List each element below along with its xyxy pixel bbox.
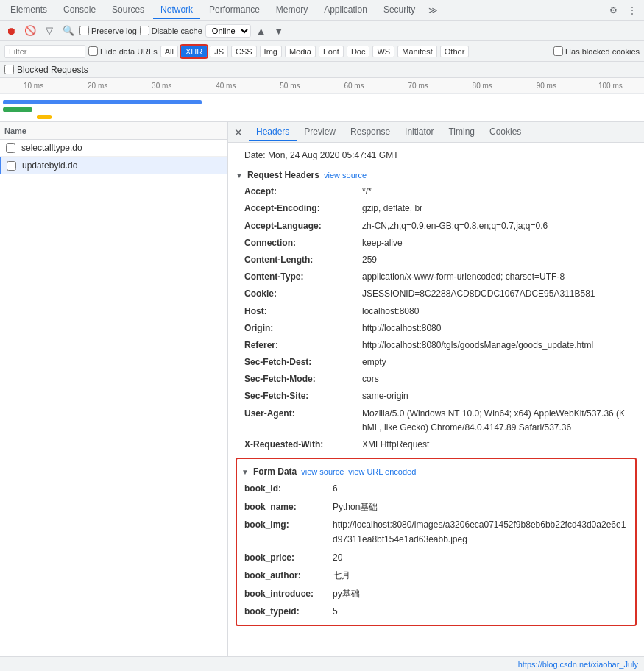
filter-all-button[interactable]: All	[160, 46, 178, 57]
clear-button[interactable]: 🚫	[22, 23, 38, 39]
detail-tab-preview[interactable]: Preview	[297, 124, 343, 141]
header-referer: Referer: http://localhost:8080/tgls/good…	[236, 337, 637, 354]
form-data-book-introduce: book_introduce: py基础	[241, 585, 631, 603]
filter-ws-button[interactable]: WS	[372, 46, 394, 57]
tab-elements[interactable]: Elements	[3, 1, 54, 19]
header-accept-encoding: Accept-Encoding: gzip, deflate, br	[236, 200, 637, 217]
form-data-book-img: book_img: http://localhost:8080/images/a…	[241, 516, 631, 549]
search-button[interactable]: 🔍	[60, 23, 77, 39]
form-data-triangle-icon: ▼	[241, 468, 249, 476]
filter-font-button[interactable]: Font	[319, 46, 344, 57]
network-toolbar: ⏺ 🚫 ▽ 🔍 Preserve log Disable cache Onlin…	[0, 21, 644, 41]
disable-cache-label[interactable]: Disable cache	[140, 26, 202, 35]
filter-button[interactable]: ▽	[41, 23, 57, 39]
requests-panel: Name selectalltype.do updatebyid.do	[0, 122, 228, 671]
form-data-section: ▼ Form Data view source view URL encoded…	[236, 458, 637, 626]
filter-js-button[interactable]: JS	[210, 46, 228, 57]
tab-memory[interactable]: Memory	[269, 1, 315, 19]
header-connection: Connection: keep-alive	[236, 235, 637, 252]
filter-xhr-button[interactable]: XHR	[181, 46, 207, 57]
detail-tab-headers[interactable]: Headers	[249, 124, 297, 141]
timeline-ruler: 10 ms 20 ms 30 ms 40 ms 50 ms 60 ms 70 m…	[0, 78, 644, 94]
header-sec-fetch-dest: Sec-Fetch-Dest: empty	[236, 354, 637, 371]
tab-network[interactable]: Network	[153, 1, 200, 19]
detail-tab-initiator[interactable]: Initiator	[397, 124, 441, 141]
timeline-bar-green	[3, 107, 32, 112]
preserve-log-label[interactable]: Preserve log	[79, 26, 137, 35]
tick-10ms: 10 ms	[1, 82, 66, 90]
header-host: Host: localhost:8080	[236, 303, 637, 320]
detail-panel: ✕ Headers Preview Response Initiator Tim…	[228, 122, 644, 671]
request-checkbox-updatebyid[interactable]	[7, 161, 16, 171]
request-headers-section: ▼ Request Headers view source	[236, 167, 637, 183]
filter-input[interactable]	[4, 45, 85, 58]
filter-doc-button[interactable]: Doc	[347, 46, 370, 57]
request-item-updatebyid[interactable]: updatebyid.do	[0, 157, 227, 174]
record-button[interactable]: ⏺	[3, 23, 19, 39]
export-button[interactable]: ▼	[272, 25, 286, 37]
header-content-type: Content-Type: application/x-www-form-url…	[236, 269, 637, 285]
tick-70ms: 70 ms	[386, 82, 450, 90]
tick-80ms: 80 ms	[450, 82, 514, 90]
header-sec-fetch-mode: Sec-Fetch-Mode: cors	[236, 371, 637, 388]
timeline-bar-blue	[3, 100, 202, 104]
more-tabs-button[interactable]: ≫	[424, 4, 442, 17]
tab-sources[interactable]: Sources	[105, 1, 152, 19]
preserve-log-checkbox[interactable]	[79, 26, 89, 35]
filter-img-button[interactable]: Img	[260, 46, 282, 57]
tab-performance[interactable]: Performance	[202, 1, 267, 19]
status-url: https://blog.csdn.net/xiaobar_July	[518, 660, 638, 669]
main-content: Name selectalltype.do updatebyid.do ✕ He…	[0, 122, 644, 671]
tick-40ms: 40 ms	[194, 82, 258, 90]
date-row: Date: Mon, 24 Aug 2020 05:47:41 GMT	[236, 147, 637, 164]
tab-console[interactable]: Console	[56, 1, 103, 19]
header-sec-fetch-site: Sec-Fetch-Site: same-origin	[236, 388, 637, 405]
has-blocked-cookies-checkbox[interactable]	[553, 46, 563, 56]
tab-security[interactable]: Security	[376, 1, 422, 19]
request-checkbox-selectalltype[interactable]	[6, 143, 15, 153]
filter-other-button[interactable]: Other	[440, 46, 470, 57]
has-blocked-cookies: Has blocked cookies	[553, 46, 640, 56]
detail-tab-response[interactable]: Response	[343, 124, 397, 141]
header-user-agent: User-Agent: Mozilla/5.0 (Windows NT 10.0…	[236, 405, 637, 436]
blocked-requests-bar: Blocked Requests	[0, 62, 644, 78]
throttle-select[interactable]: Online	[205, 24, 251, 38]
disable-cache-checkbox[interactable]	[140, 26, 149, 35]
filter-manifest-button[interactable]: Manifest	[397, 46, 437, 57]
status-bar: https://blog.csdn.net/xiaobar_July	[0, 656, 644, 671]
form-data-book-price: book_price: 20	[241, 549, 631, 567]
detail-tab-timing[interactable]: Timing	[441, 124, 482, 141]
more-options-button[interactable]: ⋮	[623, 4, 641, 17]
view-url-encoded-link[interactable]: view URL encoded	[348, 467, 416, 476]
detail-tab-cookies[interactable]: Cookies	[482, 124, 528, 141]
header-accept: Accept: */*	[236, 183, 637, 200]
view-source-form-link[interactable]: view source	[301, 467, 344, 476]
import-button[interactable]: ▲	[254, 25, 269, 37]
form-data-book-name: book_name: Python基础	[241, 498, 631, 516]
triangle-icon: ▼	[236, 171, 243, 180]
hide-data-urls-label[interactable]: Hide data URLs	[88, 46, 158, 56]
header-cookie: Cookie: JSESSIONID=8C2288ACD8DCDC1067ADC…	[236, 285, 637, 302]
form-data-book-author: book_author: 七月	[241, 567, 631, 584]
filter-media-button[interactable]: Media	[285, 46, 316, 57]
request-item-selectalltype[interactable]: selectalltype.do	[0, 140, 227, 157]
tick-90ms: 90 ms	[514, 82, 578, 90]
tick-30ms: 30 ms	[130, 82, 194, 90]
requests-header: Name	[0, 122, 227, 140]
timeline-bar-orange	[37, 115, 52, 119]
settings-button[interactable]: ⚙	[605, 4, 622, 17]
close-detail-button[interactable]: ✕	[231, 125, 246, 140]
blocked-requests-checkbox[interactable]	[4, 65, 14, 74]
header-accept-language: Accept-Language: zh-CN,zh;q=0.9,en-GB;q=…	[236, 218, 637, 235]
tick-50ms: 50 ms	[258, 82, 322, 90]
tab-application[interactable]: Application	[316, 1, 375, 19]
view-source-link[interactable]: view source	[324, 171, 367, 180]
header-x-requested-with: X-Requested-With: XMLHttpRequest	[236, 436, 637, 453]
timeline-bars	[0, 94, 644, 122]
filter-bar: Hide data URLs All XHR JS CSS Img Media …	[0, 41, 644, 62]
form-data-book-typeid: book_typeid: 5	[241, 603, 631, 620]
hide-data-urls-checkbox[interactable]	[88, 46, 98, 56]
header-content-length: Content-Length: 259	[236, 252, 637, 269]
tick-20ms: 20 ms	[66, 82, 130, 90]
filter-css-button[interactable]: CSS	[231, 46, 257, 57]
